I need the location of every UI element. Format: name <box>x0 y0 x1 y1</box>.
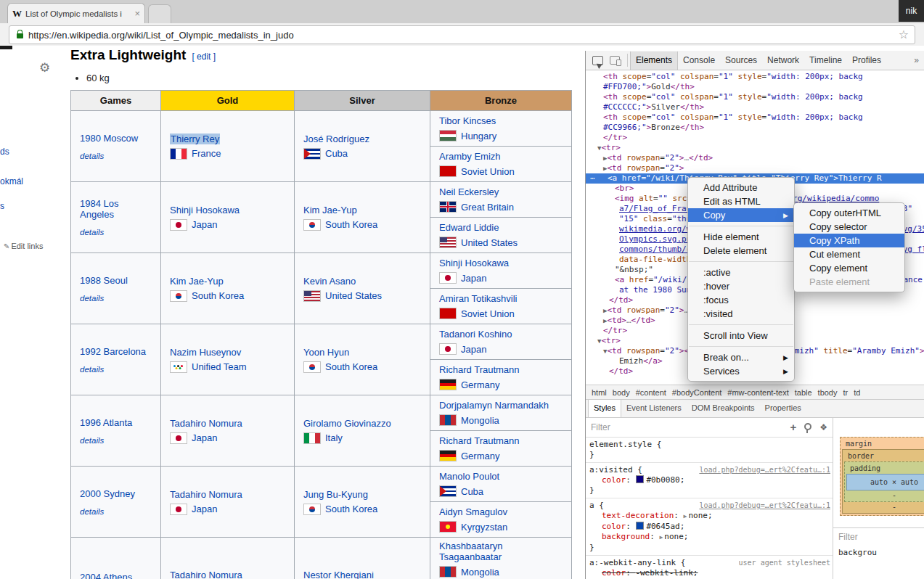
rule-selector[interactable]: a { <box>589 501 604 510</box>
details-link[interactable]: details <box>80 365 152 374</box>
box-model-content[interactable]: auto × auto <box>846 474 924 490</box>
styles-tab-styles[interactable]: Styles <box>588 400 621 417</box>
element-state-pin-icon[interactable] <box>804 423 811 430</box>
device-mode-icon[interactable] <box>610 56 620 65</box>
browser-tab[interactable]: W List of Olympic medalists i × <box>7 3 145 23</box>
tree-line[interactable]: <th scope="col" colspan="1" style="width… <box>586 72 924 82</box>
margin-bottom-value[interactable]: - <box>892 502 896 512</box>
medalist-link[interactable]: Shinji Hosokawa <box>170 205 285 215</box>
tree-line[interactable]: #CCCCCC;">Silver</th> <box>586 102 924 112</box>
country-link[interactable]: South Korea <box>325 504 377 514</box>
games-link[interactable]: 2004 Athens <box>80 572 152 579</box>
medalist-link[interactable]: Aramby Emizh <box>439 151 563 162</box>
sidebar-language-link[interactable]: okmál <box>0 176 23 186</box>
tree-line[interactable]: #CC9966;">Bronze</th> <box>586 123 924 133</box>
medalist-link[interactable]: Shinji Hosokawa <box>439 258 563 268</box>
medalist-link[interactable]: Kim Jae-Yup <box>170 276 285 287</box>
menu-item-hover[interactable]: :hover <box>688 279 794 293</box>
medalist-link[interactable]: Kim Jae-Yup <box>303 205 421 215</box>
padding-bottom-value[interactable]: - <box>892 490 896 500</box>
details-link[interactable]: details <box>80 436 152 445</box>
tree-line[interactable]: ▶<td rowspan="2"> <box>586 163 924 173</box>
medalist-link[interactable]: Aidyn Smagulov <box>439 506 563 517</box>
country-link[interactable]: Italy <box>325 432 343 443</box>
details-link[interactable]: details <box>80 152 152 160</box>
inspect-element-icon[interactable] <box>592 56 603 65</box>
breadcrumb-item-content[interactable]: #content <box>633 388 669 397</box>
sidebar-language-link[interactable]: ds <box>0 147 9 157</box>
styles-tab-dom-breakpoints[interactable]: DOM Breakpoints <box>687 400 760 417</box>
box-model-margin[interactable]: margin- border- padding- auto × auto - - <box>840 437 924 516</box>
medalist-link[interactable]: Khashbaataryn Tsagaanbaatar <box>439 541 563 562</box>
tab-close-icon[interactable]: × <box>134 8 140 19</box>
address-bar[interactable]: https://en.wikipedia.org/wiki/List_of_Ol… <box>9 25 915 44</box>
css-property[interactable]: background: ▶none; <box>589 532 830 543</box>
medalist-link[interactable]: Thierry Rey <box>170 134 220 144</box>
tree-line[interactable]: </tr> <box>586 133 924 143</box>
bookmark-star-icon[interactable]: ☆ <box>899 29 909 41</box>
country-link[interactable]: United States <box>325 290 382 301</box>
rule-selector[interactable]: element.style { <box>589 440 661 449</box>
details-link[interactable]: details <box>80 228 152 237</box>
games-link[interactable]: 1980 Moscow <box>80 133 152 144</box>
stylesheet-link[interactable]: load.php?debug=…ert%2Cfeatu…:1 <box>699 501 830 511</box>
breadcrumb-item-tbody[interactable]: tbody <box>815 388 841 397</box>
games-link[interactable]: 1996 Atlanta <box>80 417 152 428</box>
devtools-tab-sources[interactable]: Sources <box>720 52 762 70</box>
edit-links-link[interactable]: ✎Edit links <box>4 242 43 250</box>
breadcrumb-item-mw-content-text[interactable]: #mw-content-text <box>724 388 791 397</box>
url-text[interactable]: https://en.wikipedia.org/wiki/List_of_Ol… <box>28 30 294 41</box>
color-swatch[interactable] <box>636 522 644 530</box>
country-link[interactable]: Germany <box>461 451 499 461</box>
profile-badge[interactable]: nik <box>899 0 924 22</box>
menu-item-active[interactable]: :active <box>688 266 794 279</box>
tree-line[interactable]: #FFD700;">Gold</th> <box>586 82 924 92</box>
tree-line[interactable]: <th scope="col" colspan="1" style="width… <box>586 112 924 123</box>
country-link[interactable]: Japan <box>461 344 486 355</box>
country-link[interactable]: Cuba <box>461 486 483 497</box>
country-link[interactable]: United States <box>461 237 518 248</box>
details-link[interactable]: details <box>80 294 152 303</box>
medalist-link[interactable]: Nazim Huseynov <box>170 347 285 358</box>
medalist-link[interactable]: Amiran Totikashvili <box>439 293 563 304</box>
css-property[interactable]: color: #0645ad; <box>589 522 830 532</box>
css-property[interactable]: text-decoration: ▶none; <box>589 511 830 522</box>
breadcrumb-item-table[interactable]: table <box>792 388 815 397</box>
country-link[interactable]: Soviet Union <box>461 166 515 177</box>
devtools-tab-network[interactable]: Network <box>762 52 804 70</box>
stylesheet-link[interactable]: load.php?debug=…ert%2Cfeatu…:1 <box>699 465 830 475</box>
menu-item-services[interactable]: Services▶ <box>688 364 794 378</box>
submenu-item-copy-element[interactable]: Copy element <box>794 261 904 275</box>
menu-item-copy[interactable]: Copy▶ <box>688 208 794 222</box>
menu-item-add-attribute[interactable]: Add Attribute <box>688 181 794 194</box>
medalist-link[interactable]: Tibor Kincses <box>439 115 563 126</box>
country-link[interactable]: Japan <box>192 219 217 230</box>
medalist-link[interactable]: Tadahiro Nomura <box>170 489 285 500</box>
section-edit-link[interactable]: [ edit ] <box>192 52 216 62</box>
sidebar-language-link[interactable]: s <box>0 201 4 211</box>
country-link[interactable]: South Korea <box>325 219 377 230</box>
menu-item-hide-element[interactable]: Hide element <box>688 230 794 244</box>
country-link[interactable]: Germany <box>461 379 499 390</box>
submenu-item-copy-xpath[interactable]: Copy XPath <box>794 234 904 247</box>
devtools-tab-timeline[interactable]: Timeline <box>804 52 847 70</box>
menu-item-visited[interactable]: :visited <box>688 307 794 321</box>
new-style-rule-icon[interactable]: + <box>790 422 796 432</box>
medalist-link[interactable]: Kevin Asano <box>303 276 421 287</box>
rule-selector[interactable]: a:-webkit-any-link { <box>589 558 685 567</box>
stylesheet-link[interactable]: user agent stylesheet <box>739 558 830 568</box>
submenu-item-cut-element[interactable]: Cut element <box>794 247 904 261</box>
styles-tab-properties[interactable]: Properties <box>760 400 806 417</box>
country-link[interactable]: Japan <box>192 504 217 514</box>
tree-line[interactable]: <th scope="col" colspan="1" style="width… <box>586 92 924 102</box>
breadcrumb-item-td[interactable]: td <box>851 388 863 397</box>
medalist-link[interactable]: Jung Bu-Kyung <box>303 489 421 500</box>
medalist-link[interactable]: Yoon Hyun <box>303 347 421 358</box>
games-link[interactable]: 1988 Seoul <box>80 275 152 286</box>
medalist-link[interactable]: Tadanori Koshino <box>439 329 563 340</box>
menu-item-break-on[interactable]: Break on...▶ <box>688 350 794 364</box>
css-property[interactable]: color: -webkit-link; <box>589 568 830 578</box>
country-link[interactable]: Japan <box>192 432 217 443</box>
tree-line[interactable]: ▼<tr> <box>586 143 924 153</box>
devtools-tab-console[interactable]: Console <box>678 52 720 70</box>
